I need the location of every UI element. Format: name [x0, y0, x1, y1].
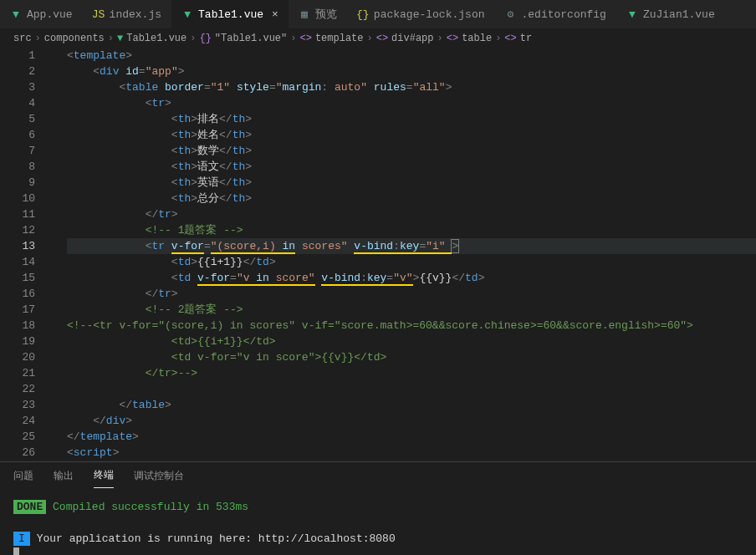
line-number: 3: [0, 79, 35, 95]
tab-index-js[interactable]: JSindex.js: [83, 0, 171, 28]
breadcrumb-item[interactable]: components: [44, 33, 105, 44]
tab-package-lock-json[interactable]: {}package-lock.json: [347, 0, 495, 28]
line-number: 19: [0, 334, 35, 349]
panel-tab-终端[interactable]: 终端: [94, 463, 114, 488]
json-icon: {}: [357, 8, 369, 20]
code-line[interactable]: <!-- 1题答案 -->: [67, 222, 756, 238]
code-line[interactable]: </div>: [67, 413, 756, 429]
code-line[interactable]: <th>英语</th>: [67, 175, 756, 191]
code-line[interactable]: <td v-for="v in score" v-bind:key="v">{{…: [67, 270, 756, 286]
line-number: 26: [0, 445, 35, 461]
line-number: 25: [0, 429, 35, 445]
breadcrumb-item[interactable]: <>table: [447, 33, 492, 44]
code-line[interactable]: </tr>: [67, 286, 756, 302]
code-line[interactable]: </tr>: [67, 206, 756, 222]
breadcrumb-item[interactable]: <>tr: [504, 33, 532, 44]
breadcrumb-separator: ›: [367, 33, 373, 44]
tab-label: App.vue: [27, 8, 73, 21]
breadcrumb-separator: ›: [108, 33, 114, 44]
terminal-done-badge: DONE: [13, 500, 46, 514]
line-number: 24: [0, 413, 35, 429]
line-number: 9: [0, 175, 35, 191]
line-number: 4: [0, 95, 35, 111]
editor-tabs: ▼App.vueJSindex.js▼Table1.vue×▦预览{}packa…: [0, 0, 756, 29]
line-number: 16: [0, 286, 35, 302]
tab-label: ZuJian1.vue: [643, 8, 715, 21]
line-number: 23: [0, 397, 35, 413]
code-line[interactable]: <td>{{i+1}}</td>: [67, 334, 756, 349]
line-number: 5: [0, 111, 35, 127]
code-line[interactable]: <th>数学</th>: [67, 143, 756, 159]
panel-tab-输出[interactable]: 输出: [54, 464, 74, 488]
code-line[interactable]: <template>: [67, 48, 756, 64]
tab-table1-vue[interactable]: ▼Table1.vue×: [171, 0, 289, 28]
panel-tab-调试控制台[interactable]: 调试控制台: [134, 464, 184, 488]
code-line[interactable]: <td v-for="v in score">{{v}}</td>: [67, 349, 756, 365]
line-number: 17: [0, 302, 35, 318]
close-icon[interactable]: ×: [272, 8, 278, 21]
breadcrumbs: src›components›▼Table1.vue›{}"Table1.vue…: [0, 29, 756, 48]
line-number: 18: [0, 318, 35, 334]
line-number: 20: [0, 349, 35, 365]
breadcrumb-separator: ›: [495, 33, 501, 44]
code-line[interactable]: <!--<tr v-for="(score,i) in scores" v-if…: [67, 318, 756, 334]
code-line[interactable]: <td>{{i+1}}</td>: [67, 254, 756, 270]
tab-zujian1-vue[interactable]: ▼ZuJian1.vue: [616, 0, 725, 28]
line-number: 15: [0, 270, 35, 286]
vue-icon: ▼: [10, 8, 22, 20]
tab-label: Table1.vue: [198, 8, 263, 21]
terminal-output[interactable]: DONE Compiled successfully in 533ms I Yo…: [0, 489, 756, 555]
code-line[interactable]: [67, 381, 756, 397]
breadcrumb-item[interactable]: <>template: [299, 33, 363, 44]
line-number: 8: [0, 159, 35, 175]
line-number: 14: [0, 254, 35, 270]
line-number: 11: [0, 206, 35, 222]
breadcrumb-item[interactable]: {}"Table1.vue": [199, 33, 287, 44]
code-line[interactable]: <tr>: [67, 95, 756, 111]
tab-label: .editorconfig: [521, 8, 605, 21]
js-icon: JS: [93, 8, 105, 20]
code-content[interactable]: <template> <div id="app"> <table border=…: [50, 48, 756, 461]
terminal-cursor: [13, 547, 19, 555]
breadcrumb-item[interactable]: <>div#app: [376, 33, 434, 44]
code-editor[interactable]: 1234567891011121314151617181920212223242…: [0, 48, 756, 461]
line-number: 22: [0, 381, 35, 397]
tab--editorconfig[interactable]: ⚙.editorconfig: [494, 0, 616, 28]
breadcrumb-separator: ›: [290, 33, 296, 44]
code-line[interactable]: <!-- 2题答案 -->: [67, 302, 756, 318]
breadcrumb-separator: ›: [35, 33, 41, 44]
code-line[interactable]: <th>总分</th>: [67, 191, 756, 206]
element-icon: <>: [299, 33, 311, 44]
tab-预览[interactable]: ▦预览: [289, 0, 347, 28]
code-line[interactable]: <script>: [67, 445, 756, 461]
code-line[interactable]: <th>排名</th>: [67, 111, 756, 127]
element-icon: <>: [447, 33, 458, 44]
terminal-info-badge: I: [13, 532, 30, 546]
line-number: 21: [0, 365, 35, 381]
line-number: 12: [0, 222, 35, 238]
code-line[interactable]: <div id="app">: [67, 64, 756, 79]
line-number: 1: [0, 48, 35, 64]
line-number: 7: [0, 143, 35, 159]
breadcrumb-item[interactable]: ▼Table1.vue: [117, 33, 186, 44]
vue-icon: ▼: [626, 8, 638, 20]
tab-label: package-lock.json: [374, 8, 485, 21]
code-line[interactable]: </table>: [67, 397, 756, 413]
code-line[interactable]: <th>语文</th>: [67, 159, 756, 175]
braces-icon: {}: [199, 33, 211, 44]
preview-icon: ▦: [299, 8, 310, 20]
panel-tab-问题[interactable]: 问题: [13, 464, 33, 488]
line-number: 2: [0, 64, 35, 79]
code-line[interactable]: <th>姓名</th>: [67, 127, 756, 143]
code-line[interactable]: </tr>-->: [67, 365, 756, 381]
config-icon: ⚙: [504, 8, 516, 20]
breadcrumb-separator: ›: [190, 33, 196, 44]
code-line[interactable]: <table border="1" style="margin: auto" r…: [67, 79, 756, 95]
line-numbers: 1234567891011121314151617181920212223242…: [0, 48, 50, 461]
code-line[interactable]: <tr v-for="(score,i) in scores" v-bind:k…: [67, 238, 756, 254]
tab-app-vue[interactable]: ▼App.vue: [0, 0, 83, 28]
code-line[interactable]: </template>: [67, 429, 756, 445]
tab-label: 预览: [315, 7, 337, 22]
breadcrumb-item[interactable]: src: [13, 33, 32, 44]
breadcrumb-separator: ›: [437, 33, 443, 44]
